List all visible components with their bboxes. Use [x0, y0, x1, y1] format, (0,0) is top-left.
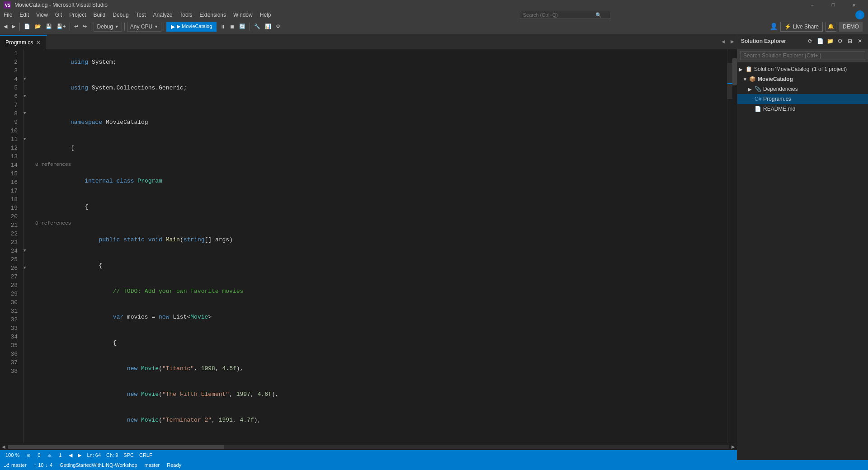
more-debug[interactable]: ⚙ — [274, 22, 282, 32]
nav-left[interactable]: ◀ — [69, 452, 72, 458]
code-content[interactable]: using System; using System.Collections.G… — [32, 49, 727, 443]
close-button[interactable]: ✕ — [844, 0, 864, 10]
scroll-right-code[interactable]: ▶ — [730, 443, 737, 451]
tree-arrow-solution: ▶ — [739, 67, 745, 72]
menu-project[interactable]: Project — [66, 10, 90, 20]
pause-button[interactable]: ⏸ — [218, 22, 227, 32]
app-title: MovieCatalog - Microsoft Visual Studio — [14, 2, 108, 8]
se-sync-button[interactable]: ⟳ — [806, 37, 815, 46]
menu-test[interactable]: Test — [132, 10, 150, 20]
se-new-file-button[interactable]: 📄 — [816, 37, 825, 46]
project-status[interactable]: GettingStartedWithLINQ-Workshop — [56, 460, 141, 470]
code-line-12: { — [32, 330, 727, 356]
search-bar[interactable]: 🔍 — [520, 11, 610, 19]
master-branch[interactable]: master — [141, 460, 164, 470]
se-search-box[interactable] — [737, 49, 868, 62]
debug-config-dropdown[interactable]: Debug ▼ — [94, 22, 122, 32]
back-button[interactable]: ◀ — [2, 22, 9, 32]
editor[interactable]: 123 456 789 101112 131415 161718 192021 … — [0, 49, 737, 443]
se-search-input[interactable] — [740, 51, 865, 60]
crlf-info: CRLF — [139, 452, 152, 458]
tabbar: Program.cs ✕ ◀ ▶ — [0, 33, 737, 49]
debug-config-label: Debug — [97, 24, 113, 30]
notification-button[interactable]: 🔔 — [826, 22, 836, 32]
tree-node-program-cs[interactable]: C# Program.cs — [737, 94, 868, 104]
menu-git[interactable]: Git — [52, 10, 66, 20]
maximize-button[interactable]: □ — [823, 0, 844, 10]
se-filter-button[interactable]: ⚙ — [835, 37, 844, 46]
zoom-level[interactable]: 100 % — [4, 450, 21, 460]
perf-button[interactable]: 📊 — [263, 22, 273, 32]
tab-program-cs[interactable]: Program.cs ✕ — [0, 35, 47, 49]
menu-edit[interactable]: Edit — [16, 10, 33, 20]
collapse-11[interactable]: ▼ — [24, 135, 32, 144]
se-collapse-button[interactable]: ⊟ — [845, 37, 854, 46]
save-button[interactable]: 💾 — [44, 22, 54, 32]
run-button[interactable]: ▶ ▶ MovieCatalog — [166, 22, 217, 32]
tree-node-project[interactable]: ▼ 📦 MovieCatalog — [737, 74, 868, 84]
tree-arrow-deps: ▶ — [748, 87, 755, 92]
profile-icon: 👤 — [855, 10, 864, 19]
scroll-left-code[interactable]: ◀ — [0, 443, 7, 451]
nav-right[interactable]: ▶ — [78, 452, 81, 458]
scroll-left-button[interactable]: ◀ — [719, 33, 728, 49]
menu-analyze[interactable]: Analyze — [150, 10, 176, 20]
scroll-right-button[interactable]: ▶ — [728, 33, 737, 49]
minimap[interactable] — [727, 49, 732, 443]
open-button[interactable]: 📂 — [33, 22, 43, 32]
tree-node-readme[interactable]: 📄 README.md — [737, 104, 868, 114]
se-tree: ▶ 📋 Solution 'MovieCatalog' (1 of 1 proj… — [737, 62, 868, 460]
menubar: File Edit View Git Project Build Debug T… — [0, 10, 868, 20]
undo-button[interactable]: ↩ — [72, 22, 80, 32]
menu-file[interactable]: File — [0, 10, 16, 20]
menu-build[interactable]: Build — [90, 10, 109, 20]
collapse-8[interactable]: ▼ — [24, 109, 32, 118]
menu-tools[interactable]: Tools — [176, 10, 196, 20]
program-cs-icon: C# — [755, 96, 761, 102]
liveshare-button[interactable]: ⚡ Live Share — [780, 22, 823, 32]
minimize-button[interactable]: – — [802, 0, 823, 10]
menu-extensions[interactable]: Extensions — [196, 10, 230, 20]
code-line-5: { — [32, 135, 727, 161]
save-all-button[interactable]: 💾+ — [55, 22, 67, 32]
menu-help[interactable]: Help — [256, 10, 275, 20]
toolbar: ◀ ▶ 📄 📂 💾 💾+ ↩ ↪ Debug ▼ Any CPU ▼ ▶ ▶ M… — [0, 20, 868, 33]
vertical-scrollbar[interactable] — [732, 49, 737, 443]
code-line-2: using System.Collections.Generic; — [32, 75, 727, 101]
ln-info: Ln: 64 — [87, 452, 101, 458]
liveshare-person-icon: 👤 — [770, 23, 778, 30]
collapse-26[interactable]: ▼ — [24, 264, 32, 273]
dependencies-label: Dependencies — [763, 86, 798, 92]
platform-dropdown[interactable]: Any CPU ▼ — [127, 22, 161, 32]
collapse-24[interactable]: ▼ — [24, 247, 32, 255]
readme-label: README.md — [763, 106, 795, 112]
tree-node-solution[interactable]: ▶ 📋 Solution 'MovieCatalog' (1 of 1 proj… — [737, 64, 868, 74]
sync-status[interactable]: ↑ 10 ↓ 4 — [30, 460, 56, 470]
menu-debug[interactable]: Debug — [109, 10, 132, 20]
tab-close-button[interactable]: ✕ — [36, 39, 41, 46]
project-icon: 📦 — [749, 76, 756, 82]
debug-tools[interactable]: 🔧 — [252, 22, 262, 32]
git-branch[interactable]: ⎇ master — [0, 460, 30, 470]
se-new-folder-button[interactable]: 📁 — [826, 37, 835, 46]
collapse-6[interactable]: ▼ — [24, 92, 32, 101]
new-file-button[interactable]: 📄 — [22, 22, 32, 32]
redo-button[interactable]: ↪ — [81, 22, 89, 32]
editor-wrapper: Program.cs ✕ ◀ ▶ 123 456 789 101112 1314… — [0, 33, 737, 460]
code-line-11: var movies = new List<Movie> — [32, 304, 727, 330]
tree-node-dependencies[interactable]: ▶ 📎 Dependencies — [737, 84, 868, 94]
menu-view[interactable]: View — [33, 10, 52, 20]
search-input[interactable] — [523, 12, 595, 18]
restart-button[interactable]: 🔄 — [237, 22, 247, 32]
menu-window[interactable]: Window — [230, 10, 256, 20]
dependencies-icon: 📎 — [755, 86, 761, 92]
error-count[interactable]: 0 — [36, 450, 42, 460]
se-close-button[interactable]: ✕ — [855, 37, 864, 46]
stop-button[interactable]: ⏹ — [228, 22, 236, 32]
demo-button[interactable]: DEMO — [839, 22, 863, 32]
warning-count[interactable]: 1 — [57, 450, 63, 460]
svg-text:VS: VS — [5, 3, 10, 8]
forward-button[interactable]: ▶ — [10, 22, 17, 32]
collapse-4[interactable]: ▼ — [24, 75, 32, 84]
code-line-1: using System; — [32, 49, 727, 75]
